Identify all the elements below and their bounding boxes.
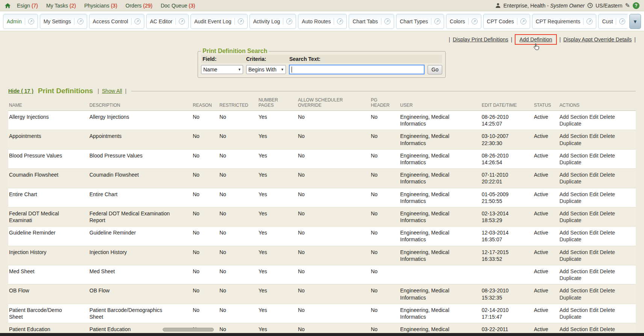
open-in-new-tab-icon[interactable]: ↗ [587, 18, 593, 24]
delete-link[interactable]: Delete [600, 133, 615, 139]
delete-link[interactable]: Delete [600, 172, 615, 178]
add-section-link[interactable]: Add Section [559, 153, 588, 159]
home-button[interactable] [5, 3, 11, 9]
add-section-link[interactable]: Add Section [559, 114, 588, 120]
add-section-link[interactable]: Add Section [559, 172, 588, 178]
tab-activity-log[interactable]: Activity Log↗ [249, 14, 296, 29]
edit-link[interactable]: Edit [589, 326, 598, 332]
add-definition-link[interactable]: Add Definition [519, 36, 552, 42]
search-text-input[interactable] [289, 65, 425, 74]
sort-link-allow-scheduler-override[interactable]: ALLOW SCHEDULER OVERRIDE [298, 103, 346, 108]
add-section-link[interactable]: Add Section [559, 249, 588, 255]
open-in-new-tab-icon[interactable]: ↗ [77, 18, 83, 24]
delete-link[interactable]: Delete [600, 210, 615, 216]
tab-overflow-button[interactable]: ▼ [629, 14, 641, 29]
edit-link[interactable]: Edit [589, 114, 598, 120]
tab-cpt-requirements[interactable]: CPT Requirements↗ [532, 14, 597, 29]
delete-link[interactable]: Delete [600, 191, 615, 197]
add-section-link[interactable]: Add Section [559, 288, 588, 294]
tab-cpt-codes[interactable]: CPT Codes↗ [483, 14, 530, 29]
edit-link[interactable]: Edit [589, 288, 598, 294]
tab-audit-event-log[interactable]: Audit Event Log↗ [190, 14, 248, 29]
duplicate-link[interactable]: Duplicate [559, 198, 581, 204]
duplicate-link[interactable]: Duplicate [559, 275, 581, 281]
open-in-new-tab-icon[interactable]: ↗ [286, 18, 292, 24]
sort-link-description[interactable]: DESCRIPTION [89, 103, 120, 108]
hide-link[interactable]: Hide ( 17 ) [8, 88, 33, 94]
add-section-link[interactable]: Add Section [559, 307, 588, 313]
field-select[interactable]: Name ▼ [201, 65, 243, 74]
duplicate-link[interactable]: Duplicate [559, 236, 581, 242]
delete-link[interactable]: Delete [600, 288, 615, 294]
tab-my-settings[interactable]: My Settings↗ [40, 14, 87, 29]
sort-link-user[interactable]: USER [400, 103, 413, 108]
tab-colors[interactable]: Colors↗ [446, 14, 481, 29]
duplicate-link[interactable]: Duplicate [559, 314, 581, 320]
top-nav-physicians[interactable]: Physicians (3) [84, 3, 117, 9]
duplicate-link[interactable]: Duplicate [559, 159, 581, 165]
help-icon[interactable]: ? [633, 2, 639, 9]
duplicate-link[interactable]: Duplicate [559, 256, 581, 262]
delete-link[interactable]: Delete [600, 230, 615, 236]
sort-link-edit-date-time[interactable]: EDIT DATE/TIME [482, 103, 517, 108]
delete-link[interactable]: Delete [600, 114, 615, 120]
edit-link[interactable]: Edit [589, 153, 598, 159]
tab-admin[interactable]: Admin↗ [3, 14, 38, 29]
edit-link[interactable]: Edit [589, 210, 598, 216]
open-in-new-tab-icon[interactable]: ↗ [337, 18, 343, 24]
delete-link[interactable]: Delete [600, 307, 615, 313]
top-nav-my-tasks[interactable]: My Tasks (2) [46, 3, 76, 9]
duplicate-link[interactable]: Duplicate [559, 140, 581, 146]
edit-link[interactable]: Edit [589, 307, 598, 313]
sort-link-status[interactable]: STATUS [534, 103, 551, 108]
duplicate-link[interactable]: Duplicate [559, 121, 581, 127]
sort-link-pg-header[interactable]: PG HEADER [371, 103, 387, 108]
edit-link[interactable]: Edit [589, 268, 598, 274]
pencil-icon[interactable]: ✎ [625, 2, 630, 9]
open-in-new-tab-icon[interactable]: ↗ [179, 18, 185, 24]
open-in-new-tab-icon[interactable]: ↗ [384, 18, 390, 24]
add-section-link[interactable]: Add Section [559, 268, 588, 274]
open-in-new-tab-icon[interactable]: ↗ [520, 18, 526, 24]
open-in-new-tab-icon[interactable]: ↗ [28, 18, 34, 24]
duplicate-link[interactable]: Duplicate [559, 295, 581, 301]
add-section-link[interactable]: Add Section [559, 210, 588, 216]
sort-link-reason[interactable]: REASON [193, 103, 212, 108]
add-section-link[interactable]: Add Section [559, 133, 588, 139]
tab-chart-types[interactable]: Chart Types↗ [396, 14, 444, 29]
edit-link[interactable]: Edit [589, 249, 598, 255]
sort-link-restricted[interactable]: RESTRICTED [219, 103, 248, 108]
open-in-new-tab-icon[interactable]: ↗ [472, 18, 478, 24]
top-nav-esign[interactable]: Esign (7) [17, 3, 38, 9]
open-in-new-tab-icon[interactable]: ↗ [238, 18, 244, 24]
display-appt-override-details-link[interactable]: Display Appt Override Details [563, 36, 632, 42]
tab-access-control[interactable]: Access Control↗ [89, 14, 144, 29]
add-section-link[interactable]: Add Section [559, 230, 588, 236]
edit-link[interactable]: Edit [589, 172, 598, 178]
sort-link-name[interactable]: NAME [9, 103, 22, 108]
add-section-link[interactable]: Add Section [559, 191, 588, 197]
tab-cust[interactable]: Cust↗ [598, 14, 627, 29]
open-in-new-tab-icon[interactable]: ↗ [135, 18, 141, 24]
tab-chart-tabs[interactable]: Chart Tabs↗ [349, 14, 394, 29]
go-button[interactable]: Go [428, 65, 442, 74]
duplicate-link[interactable]: Duplicate [559, 179, 581, 185]
delete-link[interactable]: Delete [600, 268, 615, 274]
edit-link[interactable]: Edit [589, 133, 598, 139]
delete-link[interactable]: Delete [600, 153, 615, 159]
open-in-new-tab-icon[interactable]: ↗ [619, 18, 625, 24]
display-print-definitions-link[interactable]: Display Print Definitions [453, 36, 508, 42]
timezone-label[interactable]: US/Eastern [596, 3, 623, 9]
open-in-new-tab-icon[interactable]: ↗ [434, 18, 440, 24]
edit-link[interactable]: Edit [589, 191, 598, 197]
delete-link[interactable]: Delete [600, 326, 615, 332]
show-all-link[interactable]: Show All [102, 88, 122, 94]
duplicate-link[interactable]: Duplicate [559, 217, 581, 223]
top-nav-orders[interactable]: Orders (29) [125, 3, 153, 9]
criteria-select[interactable]: Begins With ▼ [246, 65, 286, 74]
tab-auto-routes[interactable]: Auto Routes↗ [298, 14, 347, 29]
edit-link[interactable]: Edit [589, 230, 598, 236]
top-nav-doc-queue[interactable]: Doc Queue (3) [161, 3, 195, 9]
tab-ac-editor[interactable]: AC Editor↗ [146, 14, 189, 29]
add-section-link[interactable]: Add Section [559, 326, 588, 332]
